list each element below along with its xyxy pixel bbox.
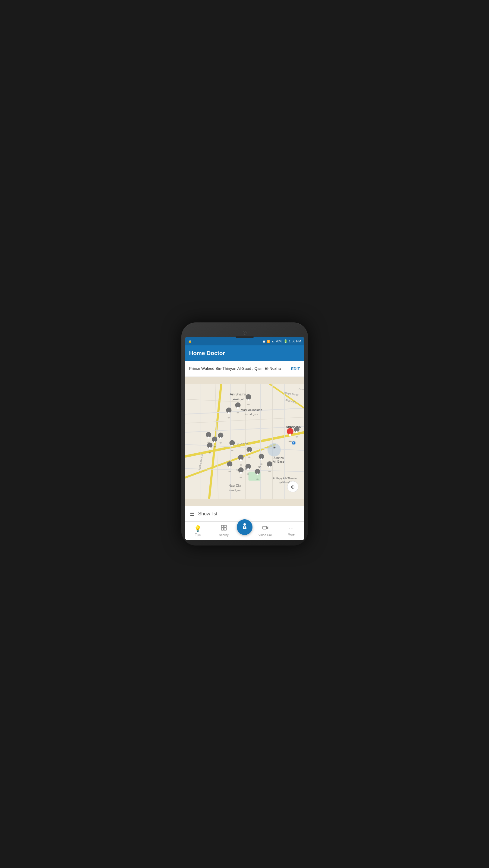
svg-text:50: 50 (258, 466, 261, 469)
svg-point-77 (296, 431, 297, 433)
map-area[interactable]: ✈ Ain Shams عين شمس Masr Al Jadidah مصر … (185, 377, 304, 506)
nav-more[interactable]: ··· More (279, 525, 304, 536)
svg-point-70 (268, 466, 270, 468)
svg-point-49 (208, 453, 211, 454)
svg-text:Al Hayy Ath Thamin: Al Hayy Ath Thamin (273, 477, 296, 480)
svg-point-63 (239, 477, 242, 478)
video-call-label: Video Call (259, 533, 272, 537)
status-right-info: ◉ 🛜 ▲ 78% 🔋 1:56 PM (263, 339, 301, 343)
svg-point-84 (243, 523, 246, 526)
status-bar: 🔒 ◉ 🛜 ▲ 78% 🔋 1:56 PM (185, 337, 304, 345)
svg-text:Ain Shams: Ain Shams (230, 393, 246, 396)
svg-text:✈: ✈ (272, 445, 276, 450)
video-call-icon (262, 524, 269, 532)
svg-point-40 (247, 399, 249, 401)
app-bar: Home Doctor (185, 345, 304, 361)
svg-text:مصر الجديدة: مصر الجديدة (245, 413, 257, 415)
svg-point-58 (240, 459, 242, 461)
location-status-icon: ◉ (263, 340, 265, 343)
svg-point-39 (247, 404, 250, 405)
svg-rect-83 (224, 528, 226, 530)
svg-point-48 (214, 441, 216, 443)
wifi-icon: 🛜 (267, 340, 270, 343)
svg-point-65 (247, 473, 249, 475)
svg-text:Almaza: Almaza (273, 456, 284, 460)
app-title: Home Doctor (189, 350, 225, 356)
svg-text:Masr Al Jadidah: Masr Al Jadidah (240, 408, 262, 412)
svg-text:Gesr: Gesr (299, 388, 304, 391)
svg-point-67 (256, 478, 259, 480)
nearby-label: Nearby (219, 533, 228, 537)
clock: 1:56 PM (289, 339, 301, 343)
battery-icon: 🔋 (284, 339, 288, 343)
svg-point-44 (228, 412, 230, 414)
home-circle (237, 519, 253, 535)
svg-rect-81 (224, 525, 226, 527)
svg-text:عين شمس: عين شمس (231, 397, 244, 401)
svg-point-42 (237, 407, 239, 409)
svg-point-54 (231, 445, 233, 447)
home-doctor-icon (241, 522, 249, 532)
svg-point-47 (213, 446, 216, 447)
more-icon: ··· (289, 525, 294, 532)
bottom-nav: 💡 Tips Nearby (185, 521, 304, 540)
svg-text:⊕: ⊕ (291, 484, 295, 490)
svg-point-59 (260, 464, 262, 465)
svg-point-57 (239, 464, 242, 466)
svg-point-43 (227, 417, 230, 418)
svg-rect-85 (262, 526, 266, 529)
svg-point-53 (231, 450, 233, 451)
svg-point-69 (268, 471, 270, 472)
list-icon: ☰ (190, 510, 195, 517)
svg-point-71 (288, 441, 291, 442)
svg-point-46 (207, 436, 209, 438)
svg-point-66 (247, 468, 249, 470)
tips-icon: 💡 (194, 525, 202, 532)
battery-percent: 78% (276, 339, 282, 343)
svg-point-64 (240, 472, 242, 474)
svg-point-52 (220, 437, 222, 439)
nav-nearby[interactable]: Nearby (211, 524, 237, 537)
svg-rect-82 (221, 528, 223, 530)
svg-point-55 (248, 457, 250, 458)
edit-button[interactable]: EDIT (291, 367, 300, 371)
svg-point-50 (209, 447, 210, 449)
svg-point-76 (295, 436, 298, 437)
svg-point-61 (228, 471, 231, 472)
svg-rect-80 (221, 525, 223, 527)
phone-screen: 🔒 ◉ 🛜 ▲ 78% 🔋 1:56 PM Home Doctor Prince… (185, 337, 304, 540)
svg-point-51 (219, 442, 222, 444)
svg-point-56 (248, 452, 250, 453)
tips-label: Tips (195, 533, 201, 536)
svg-text:Air Base: Air Base (273, 460, 284, 463)
svg-point-75 (293, 442, 294, 444)
svg-point-60 (260, 458, 262, 460)
location-address: Prince Waleed Bin-Thinyan Al-Saud , Qism… (189, 366, 288, 371)
svg-point-68 (256, 473, 258, 475)
svg-point-62 (229, 466, 230, 468)
svg-point-72 (289, 433, 291, 436)
svg-text:نصر المدينة: نصر المدينة (229, 489, 240, 492)
svg-text:الحى الثامن: الحى الثامن (279, 481, 290, 484)
lock-icon: 🔒 (188, 340, 192, 343)
location-row: Prince Waleed Bin-Thinyan Al-Saud , Qism… (185, 361, 304, 377)
phone-camera (243, 331, 247, 335)
nav-tips[interactable]: 💡 Tips (185, 525, 211, 536)
svg-point-41 (236, 412, 239, 413)
nearby-icon (221, 524, 227, 532)
status-left-icons: 🔒 (188, 340, 192, 343)
nav-home[interactable] (237, 519, 253, 536)
svg-text:Nasr City: Nasr City (228, 484, 241, 487)
nav-video-call[interactable]: Video Call (253, 524, 279, 537)
signal-icon: ▲ (271, 340, 274, 343)
phone-speaker (236, 336, 254, 338)
show-list-label: Show list (198, 511, 218, 517)
more-label: More (288, 533, 295, 536)
phone-device: 🔒 ◉ 🛜 ▲ 78% 🔋 1:56 PM Home Doctor Prince… (182, 322, 308, 546)
